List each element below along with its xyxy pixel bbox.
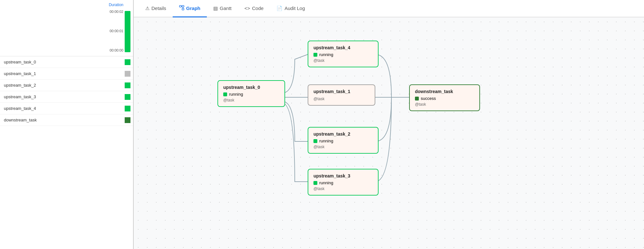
scale-label-1s: 00:00:01 xyxy=(110,29,123,33)
node-title-upstream-task-3: upstream_task_3 xyxy=(313,173,373,178)
task-row-3[interactable]: upstream_task_3 xyxy=(0,91,133,103)
duration-title: Duration xyxy=(97,3,133,7)
node-type-2: @task xyxy=(313,145,373,149)
gantt-header: Duration 00:00:02 00:00:01 00:00:00 xyxy=(0,0,133,56)
node-status-downstream-task: success xyxy=(415,96,474,101)
tab-details-label: Details xyxy=(151,5,166,11)
task-rows: upstream_task_0upstream_task_1upstream_t… xyxy=(0,56,133,249)
task-row-indicator-1 xyxy=(125,71,130,77)
task-row-name-4: upstream_task_4 xyxy=(3,106,125,111)
tabs-bar: ⚠ Details Graph ▤ Gantt <> Code xyxy=(134,0,644,17)
task-row-indicator-3 xyxy=(125,94,130,100)
node-upstream-task-2[interactable]: upstream_task_2 running @task xyxy=(308,127,379,154)
graph-area[interactable]: upstream_task_4 running @task upstream_t… xyxy=(134,17,644,249)
svg-rect-0 xyxy=(179,5,181,7)
task-row-indicator-2 xyxy=(125,82,130,88)
right-panel: ⚠ Details Graph ▤ Gantt <> Code xyxy=(134,0,644,249)
graph-icon xyxy=(179,5,184,11)
node-status-upstream-task-2: running xyxy=(313,139,373,143)
gantt-icon: ▤ xyxy=(213,5,218,11)
tab-code-label: Code xyxy=(252,5,264,11)
node-type-1: @task xyxy=(313,97,370,101)
node-status-upstream-task-4: running xyxy=(313,52,373,57)
task-row-name-3: upstream_task_3 xyxy=(3,94,125,99)
node-upstream-task-0[interactable]: upstream_task_0 running @task xyxy=(217,80,285,107)
status-dot-running-3 xyxy=(313,181,317,185)
task-row-2[interactable]: upstream_task_2 xyxy=(0,80,133,91)
node-title-upstream-task-0: upstream_task_0 xyxy=(223,85,279,90)
task-row-indicator-4 xyxy=(125,106,130,111)
scale-label-0s: 00:00:00 xyxy=(110,48,123,52)
tab-details[interactable]: ⚠ Details xyxy=(139,0,173,17)
node-status-label-0: running xyxy=(229,92,243,97)
duration-scale: 00:00:02 00:00:01 00:00:00 xyxy=(97,10,133,55)
node-status-label-downstream: success xyxy=(421,96,436,101)
tab-gantt-label: Gantt xyxy=(220,5,232,11)
task-row-5[interactable]: downstream_task xyxy=(0,114,133,126)
duration-bar xyxy=(125,11,130,52)
left-panel: Duration 00:00:02 00:00:01 00:00:00 upst… xyxy=(0,0,134,249)
node-title-upstream-task-4: upstream_task_4 xyxy=(313,45,373,50)
node-status-label-4: running xyxy=(319,52,333,57)
task-row-1[interactable]: upstream_task_1 xyxy=(0,68,133,80)
task-row-0[interactable]: upstream_task_0 xyxy=(0,56,133,68)
task-row-name-1: upstream_task_1 xyxy=(3,71,125,76)
node-type-downstream: @task xyxy=(415,102,474,107)
tab-graph[interactable]: Graph xyxy=(173,0,207,17)
node-upstream-task-1[interactable]: upstream_task_1 @task xyxy=(308,84,375,106)
status-dot-running-0 xyxy=(223,92,227,96)
node-status-upstream-task-0: running xyxy=(223,92,279,97)
node-title-downstream-task: downstream_task xyxy=(415,89,474,94)
node-status-upstream-task-3: running xyxy=(313,180,373,185)
task-row-indicator-5 xyxy=(125,117,130,123)
code-icon: <> xyxy=(245,5,250,11)
node-downstream-task[interactable]: downstream_task success @task xyxy=(409,84,480,111)
task-row-4[interactable]: upstream_task_4 xyxy=(0,103,133,114)
node-title-upstream-task-2: upstream_task_2 xyxy=(313,131,373,137)
svg-rect-1 xyxy=(182,5,184,7)
node-status-label-3: running xyxy=(319,180,333,185)
task-row-indicator-0 xyxy=(125,59,130,65)
task-row-name-2: upstream_task_2 xyxy=(3,83,125,88)
status-dot-success xyxy=(415,97,419,101)
status-dot-running-2 xyxy=(313,139,317,143)
svg-rect-2 xyxy=(182,8,184,10)
node-upstream-task-4[interactable]: upstream_task_4 running @task xyxy=(308,41,379,67)
task-row-name-0: upstream_task_0 xyxy=(3,60,125,64)
tab-graph-label: Graph xyxy=(186,5,200,11)
node-title-upstream-task-1: upstream_task_1 xyxy=(313,89,370,94)
node-type-0: @task xyxy=(223,98,279,102)
tab-gantt[interactable]: ▤ Gantt xyxy=(207,0,238,17)
node-type-3: @task xyxy=(313,187,373,191)
node-type-4: @task xyxy=(313,58,373,63)
tab-code[interactable]: <> Code xyxy=(238,0,270,17)
task-row-name-5: downstream_task xyxy=(3,118,125,122)
tab-audit-label: Audit Log xyxy=(284,5,305,11)
audit-icon: 📄 xyxy=(276,5,283,11)
details-icon: ⚠ xyxy=(145,5,149,11)
node-status-label-2: running xyxy=(319,139,333,143)
connector-svg xyxy=(134,17,644,249)
duration-area: Duration 00:00:02 00:00:01 00:00:00 xyxy=(97,3,133,56)
tab-audit-log[interactable]: 📄 Audit Log xyxy=(270,0,311,17)
node-upstream-task-3[interactable]: upstream_task_3 running @task xyxy=(308,169,379,196)
scale-label-2s: 00:00:02 xyxy=(110,10,123,14)
status-dot-running-4 xyxy=(313,53,317,57)
